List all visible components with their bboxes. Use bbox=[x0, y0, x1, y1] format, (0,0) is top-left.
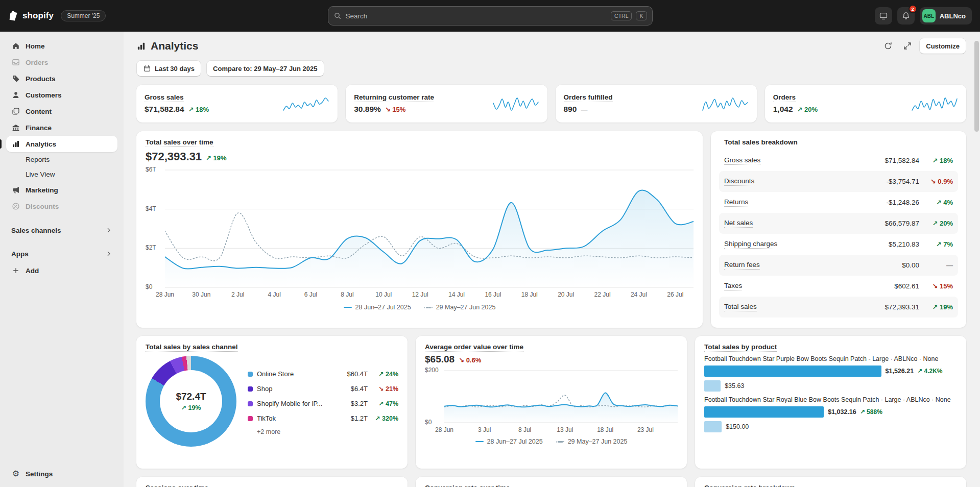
product-bar-solid[interactable] bbox=[704, 406, 824, 418]
channel-legend-item-shop[interactable]: Shop$6.4T↘ 21% bbox=[248, 381, 398, 396]
breakdown-label[interactable]: Discounts bbox=[724, 177, 754, 186]
customize-button[interactable]: Customize bbox=[919, 38, 966, 54]
delta-indicator: — bbox=[581, 106, 587, 113]
sidebar-item-orders[interactable]: Orders bbox=[6, 54, 117, 70]
product-bar-solid[interactable] bbox=[704, 366, 881, 377]
channel-more-link[interactable]: +2 more bbox=[257, 428, 280, 435]
expand-button[interactable] bbox=[900, 38, 915, 54]
topbar: shopify Summer '25 Search CTRL K 2 ABL A… bbox=[0, 0, 980, 32]
search-input[interactable]: Search CTRL K bbox=[328, 6, 653, 26]
summer-edition-badge[interactable]: Summer '25 bbox=[61, 10, 106, 21]
card-title: Total sales by sales channel bbox=[146, 343, 398, 351]
date-range-button[interactable]: Last 30 days bbox=[136, 60, 201, 77]
sidebar-item-discounts[interactable]: Discounts bbox=[6, 198, 117, 214]
breakdown-label[interactable]: Returns bbox=[724, 198, 748, 207]
breakdown-row-shipping-charges[interactable]: Shipping charges$5,210.83↗ 7% bbox=[719, 234, 958, 255]
kpi-title[interactable]: Returning customer rate bbox=[354, 93, 434, 101]
breakdown-row-returns[interactable]: Returns-$1,248.26↗ 4% bbox=[719, 192, 958, 213]
breakdown-row-taxes[interactable]: Taxes$602.61↘ 15% bbox=[719, 276, 958, 297]
delta-indicator: ↗ 4.2K% bbox=[917, 368, 942, 375]
x-axis-tick: 2 Jul bbox=[231, 291, 244, 298]
sidebar-item-reports[interactable]: Reports bbox=[6, 152, 117, 167]
breakdown-label[interactable]: Shipping charges bbox=[724, 240, 777, 249]
shopify-logo[interactable]: shopify bbox=[8, 10, 54, 22]
scrollbar-thumb[interactable] bbox=[974, 41, 979, 132]
aov-line-chart[interactable] bbox=[444, 370, 678, 423]
channel-legend-item-tiktok[interactable]: TikTok$1.2T↗ 320% bbox=[248, 411, 398, 426]
sidebar-section-apps[interactable]: Apps bbox=[6, 246, 117, 261]
store-preview-button[interactable] bbox=[875, 7, 892, 25]
card-title: Sessions over time bbox=[146, 484, 398, 487]
expand-icon bbox=[903, 41, 912, 51]
channel-donut-chart[interactable]: $72.4T ↗ 19% bbox=[146, 356, 236, 447]
refresh-button[interactable] bbox=[880, 38, 896, 54]
bell-icon bbox=[901, 11, 911, 20]
legend-swatch-solid bbox=[344, 307, 352, 308]
channel-legend-item-online-store[interactable]: Online Store$60.4T↗ 24% bbox=[248, 367, 398, 381]
kpi-card-orders-fulfilled[interactable]: Orders fulfilled890— bbox=[556, 85, 757, 123]
legend-item: 28 Jun–27 Jul 2025 bbox=[344, 304, 411, 311]
breakdown-row-gross-sales[interactable]: Gross sales$71,582.84↗ 18% bbox=[719, 150, 958, 171]
breakdown-label[interactable]: Gross sales bbox=[724, 156, 760, 165]
shortcut-k-key: K bbox=[636, 11, 647, 20]
store-menu[interactable]: ABL ABLNco bbox=[920, 7, 972, 25]
sidebar-item-products[interactable]: Products bbox=[6, 70, 117, 87]
card-title: Total sales over time bbox=[146, 138, 694, 146]
kpi-card-orders[interactable]: Orders1,042↗ 20% bbox=[765, 85, 966, 123]
breakdown-label[interactable]: Taxes bbox=[724, 282, 742, 290]
product-bar-light[interactable] bbox=[704, 380, 721, 392]
y-axis-tick: $6T bbox=[146, 166, 156, 173]
legend-label: 28 Jun–27 Jul 2025 bbox=[487, 438, 543, 445]
sidebar-item-live-view[interactable]: Live View bbox=[6, 167, 117, 182]
sidebar-item-analytics[interactable]: Analytics bbox=[6, 136, 117, 152]
delta-indicator: — bbox=[919, 261, 953, 269]
y-axis-tick: $2T bbox=[146, 244, 156, 251]
page-scrollbar[interactable] bbox=[974, 34, 979, 485]
breakdown-label[interactable]: Return fees bbox=[724, 261, 760, 270]
sidebar-section-sales-channels[interactable]: Sales channels bbox=[6, 223, 117, 238]
shortcut-ctrl-key: CTRL bbox=[611, 11, 632, 20]
channel-legend-item-shopify-mobile-for-ip-[interactable]: Shopify Mobile for iP...$3.2T↗ 47% bbox=[248, 396, 398, 411]
sidebar-item-customers[interactable]: Customers bbox=[6, 87, 117, 103]
breakdown-value: -$3,754.71 bbox=[886, 178, 919, 185]
product-bar-light[interactable] bbox=[704, 421, 722, 432]
kpi-title[interactable]: Orders bbox=[773, 93, 818, 101]
delta-indicator: ↘ 0.9% bbox=[919, 178, 953, 185]
breakdown-value: $0.00 bbox=[902, 261, 919, 269]
sidebar-item-settings[interactable]: ⚙ Settings bbox=[6, 466, 117, 482]
breakdown-row-return-fees[interactable]: Return fees$0.00— bbox=[719, 255, 958, 276]
breakdown-row-net-sales[interactable]: Net sales$66,579.87↗ 20% bbox=[719, 213, 958, 234]
sidebar-item-home[interactable]: Home bbox=[6, 38, 117, 54]
notifications-button[interactable]: 2 bbox=[897, 7, 915, 25]
card-title: Conversion rate breakdown bbox=[704, 484, 957, 487]
product-bar-row: $150.00 bbox=[704, 421, 957, 432]
kpi-card-gross-sales[interactable]: Gross sales$71,582.84↗ 18% bbox=[136, 85, 338, 123]
product-bar-row: $1,032.16↗ 588% bbox=[704, 406, 957, 418]
kpi-title[interactable]: Orders fulfilled bbox=[564, 93, 613, 101]
kpi-title[interactable]: Gross sales bbox=[145, 93, 209, 101]
product-name[interactable]: Football Touchdown Star Royal Blue Bow B… bbox=[704, 396, 957, 403]
channel-name: TikTok bbox=[257, 415, 347, 422]
sidebar-item-content[interactable]: Content bbox=[6, 103, 117, 119]
sidebar-item-marketing[interactable]: Marketing bbox=[6, 182, 117, 198]
kpi-sparkline bbox=[702, 94, 749, 113]
sidebar-item-finance[interactable]: Finance bbox=[6, 119, 117, 136]
x-axis-tick: 26 Jul bbox=[667, 291, 683, 298]
search-icon bbox=[333, 12, 342, 20]
sidebar-item-add-app[interactable]: Add bbox=[6, 262, 117, 279]
kpi-row: Gross sales$71,582.84↗ 18%Returning cust… bbox=[136, 85, 966, 123]
breakdown-label[interactable]: Net sales bbox=[724, 219, 753, 228]
breakdown-row-discounts[interactable]: Discounts-$3,754.71↘ 0.9% bbox=[719, 171, 958, 192]
analytics-icon bbox=[136, 41, 146, 51]
breakdown-row-total-sales[interactable]: Total sales$72,393.31↗ 19% bbox=[719, 297, 958, 318]
breakdown-value: $602.61 bbox=[894, 282, 919, 290]
y-axis-tick: $4T bbox=[146, 205, 156, 212]
total-sales-line-chart[interactable] bbox=[165, 169, 694, 288]
breakdown-label[interactable]: Total sales bbox=[724, 303, 757, 311]
kpi-sparkline bbox=[492, 94, 539, 113]
compare-button[interactable]: Compare to: 29 May–27 Jun 2025 bbox=[206, 60, 324, 77]
y-axis-tick: $0 bbox=[146, 283, 152, 290]
channel-name: Shopify Mobile for iP... bbox=[257, 400, 347, 407]
kpi-card-returning-customer-rate[interactable]: Returning customer rate30.89%↘ 15% bbox=[346, 85, 547, 123]
product-name[interactable]: Football Touchdown Star Purple Bow Boots… bbox=[704, 355, 957, 362]
